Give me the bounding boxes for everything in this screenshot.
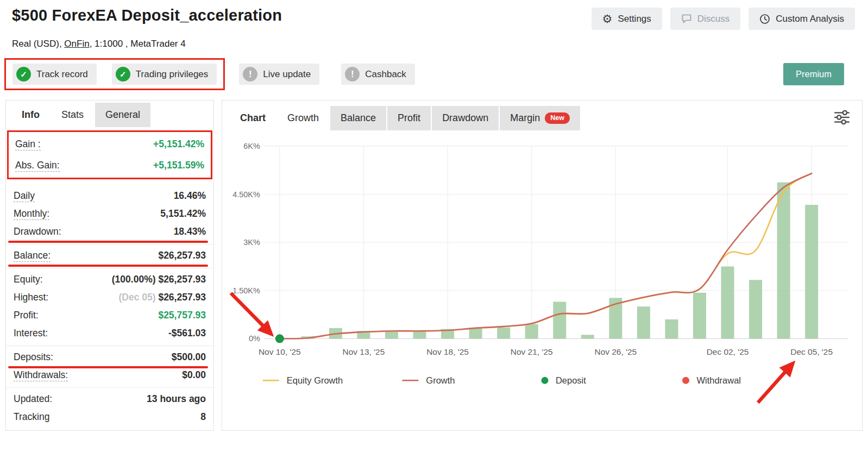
stat-label: Monthly: bbox=[14, 208, 49, 219]
x-axis-tick-label: Nov 26, '25 bbox=[594, 347, 637, 356]
y-axis-tick-label: 3K% bbox=[243, 238, 260, 247]
page-header: $500 ForexEA Deposit_acceleration ⚙Setti… bbox=[0, 0, 868, 30]
legend-label: Withdrawal bbox=[697, 375, 741, 385]
stat-value-text: $0.00 bbox=[182, 369, 206, 380]
y-axis-tick-label: 6K% bbox=[243, 142, 260, 150]
stat-label: Withdrawals: bbox=[14, 369, 68, 381]
chart-tab-drawdown[interactable]: Drawdown bbox=[432, 106, 499, 130]
daily-change-bar bbox=[469, 328, 482, 338]
settings-button[interactable]: ⚙Settings bbox=[592, 8, 662, 30]
deposit-marker bbox=[275, 335, 284, 343]
stat-value-text: 16.46% bbox=[174, 190, 206, 201]
tab-label: Chart bbox=[240, 112, 266, 124]
header-buttons: ⚙SettingsDiscussCustom Analysis bbox=[592, 8, 855, 30]
tab-label: Drawdown bbox=[442, 112, 488, 124]
stat-label-link[interactable]: Withdrawals: bbox=[14, 369, 68, 381]
badge-track-record[interactable]: ✓Track record bbox=[12, 64, 97, 85]
stat-row-balance: Balance:$26,257.93 bbox=[6, 247, 213, 265]
legend-item-withdrawal[interactable]: Withdrawal bbox=[682, 375, 741, 385]
new-badge: New bbox=[545, 112, 570, 124]
content: InfoStatsGeneral Gain :+5,151.42%Abs. Ga… bbox=[5, 100, 863, 431]
custom-analysis-button[interactable]: Custom Analysis bbox=[749, 8, 855, 30]
stat-label: Balance: bbox=[14, 250, 51, 261]
tab-label: General bbox=[105, 109, 140, 121]
check-circle-icon: ✓ bbox=[16, 67, 31, 81]
clock-icon bbox=[759, 14, 770, 24]
stat-label: Equity: bbox=[14, 274, 43, 285]
account-stats-list: Gain :+5,151.42%Abs. Gain:+5,151.59%Dail… bbox=[6, 127, 213, 426]
legend-item-deposit[interactable]: Deposit bbox=[542, 375, 587, 385]
chart-tab-chart[interactable]: Chart bbox=[230, 106, 276, 130]
chart-tab-growth[interactable]: Growth bbox=[277, 106, 329, 130]
stat-label: Gain : bbox=[15, 139, 41, 150]
stat-value: $500.00 bbox=[172, 351, 206, 363]
stat-label-link[interactable]: Gain : bbox=[15, 139, 41, 150]
badge-live-update[interactable]: !Live update bbox=[239, 64, 319, 85]
tab-general[interactable]: General bbox=[95, 103, 150, 127]
daily-change-bar bbox=[413, 331, 426, 338]
stat-row-deposits: Deposits:$500.00 bbox=[6, 348, 213, 366]
stat-label-link[interactable]: Daily bbox=[14, 190, 35, 202]
annotation-red-frame-gain: Gain :+5,151.42%Abs. Gain:+5,151.59% bbox=[7, 130, 212, 179]
legend-swatch-dot bbox=[682, 377, 689, 384]
stat-label: Interest: bbox=[14, 328, 48, 339]
stat-label-link[interactable]: Monthly: bbox=[14, 208, 49, 220]
settings-label: Settings bbox=[618, 14, 651, 24]
badge-label: Live update bbox=[263, 69, 311, 80]
discuss-button[interactable]: Discuss bbox=[670, 8, 741, 30]
check-circle-icon: ✓ bbox=[116, 67, 130, 81]
premium-button[interactable]: Premium bbox=[783, 63, 844, 85]
stat-label-link[interactable]: Balance: bbox=[14, 250, 51, 262]
stat-value-text: 5,151.42% bbox=[160, 208, 206, 219]
stat-label: Profit: bbox=[14, 310, 39, 321]
legend-item-equity-growth[interactable]: Equity Growth bbox=[263, 375, 343, 385]
stat-row-tracking: Tracking8 bbox=[6, 408, 213, 426]
stat-row-highest: Highest:(Dec 05) $26,257.93 bbox=[6, 288, 213, 306]
legend-label: Equity Growth bbox=[287, 375, 343, 385]
stat-group: Equity:(100.00%) $26,257.93Highest:(Dec … bbox=[6, 268, 213, 342]
tab-label: Balance bbox=[341, 112, 376, 124]
daily-change-bar bbox=[693, 293, 706, 338]
stat-value-prefix: (100.00%) bbox=[112, 274, 159, 285]
chart-tab-margin[interactable]: MarginNew bbox=[500, 106, 580, 130]
stat-label: Abs. Gain: bbox=[15, 160, 60, 171]
stat-row-monthly: Monthly:5,151.42% bbox=[6, 205, 213, 223]
stat-label: Daily bbox=[14, 190, 35, 202]
stat-group: Balance:$26,257.93 bbox=[6, 244, 213, 265]
account-title: $500 ForexEA Deposit_acceleration bbox=[12, 7, 282, 24]
daily-change-bar bbox=[525, 324, 538, 339]
subtitle-suffix: , 1:1000 , MetaTrader 4 bbox=[90, 39, 186, 49]
daily-change-bar bbox=[497, 328, 510, 339]
stat-label: Updated: bbox=[14, 393, 52, 405]
discuss-label: Discuss bbox=[697, 14, 730, 24]
stat-value-text: $25,757.93 bbox=[158, 310, 206, 321]
tab-stats[interactable]: Stats bbox=[51, 103, 94, 127]
tab-label: Stats bbox=[61, 109, 84, 121]
stat-row-equity: Equity:(100.00%) $26,257.93 bbox=[6, 271, 213, 288]
tab-label: Info bbox=[22, 109, 40, 121]
legend-item-growth[interactable]: Growth bbox=[402, 375, 455, 385]
stat-value-text: 8 bbox=[200, 411, 206, 422]
chart-tab-profit[interactable]: Profit bbox=[387, 106, 431, 130]
stat-label: Deposits: bbox=[14, 351, 53, 363]
discuss-icon bbox=[681, 14, 692, 24]
stat-value-text: 13 hours ago bbox=[147, 393, 206, 404]
annotation-red-frame-badges: ✓Track record✓Trading privileges bbox=[4, 58, 225, 90]
stat-value: 8 bbox=[200, 411, 206, 423]
stat-value-text: $500.00 bbox=[172, 351, 206, 362]
x-axis-tick-label: Nov 10, '25 bbox=[259, 347, 301, 356]
y-axis-tick-label: 1.50K% bbox=[232, 286, 260, 295]
tab-info[interactable]: Info bbox=[11, 103, 50, 127]
daily-change-bar bbox=[805, 205, 818, 338]
daily-change-bar bbox=[749, 280, 762, 338]
legend-label: Growth bbox=[426, 375, 455, 385]
badge-trading-privileges[interactable]: ✓Trading privileges bbox=[112, 64, 217, 85]
stat-row-abs-gain: Abs. Gain:+5,151.59% bbox=[9, 155, 211, 176]
stat-label-link[interactable]: Abs. Gain: bbox=[15, 160, 60, 172]
x-axis-tick-label: Dec 02, '25 bbox=[707, 347, 749, 356]
badge-cashback[interactable]: !Cashback bbox=[341, 64, 415, 85]
stat-value: +5,151.42% bbox=[153, 139, 204, 150]
chart-filter-button[interactable] bbox=[829, 108, 854, 129]
chart-tab-balance[interactable]: Balance bbox=[330, 106, 386, 130]
broker-link[interactable]: OnFin bbox=[64, 39, 89, 49]
